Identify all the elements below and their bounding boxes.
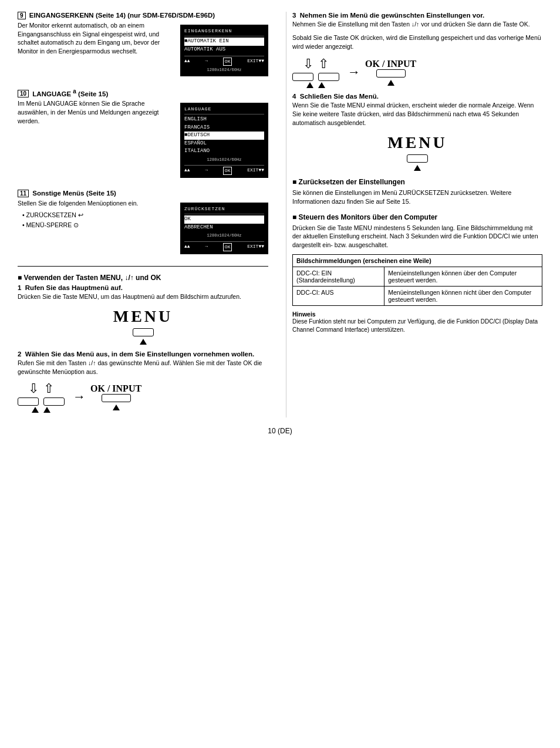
menu-11-resolution: 1280x1024/60Hz <box>184 233 264 239</box>
down-up-arrows-2: ⇩ ⇧ <box>292 56 339 88</box>
right-column: 3 Nehmen Sie im Menü die gewünschten Ein… <box>286 12 542 417</box>
menu-11-title: ZURÜCKSETZEN <box>184 205 264 214</box>
up-arrow-icon-2 <box>414 165 421 171</box>
zurueck-body: Sie können die Einstellungen im Menü ZUR… <box>292 188 542 205</box>
bullet-menue-sperre: MENÜ-SPERRE ⊙ <box>22 220 174 230</box>
steuern-table: Bildschirmmeldungen (erscheinen eine Wei… <box>292 254 542 306</box>
down-up-arrows-1: ⇩ ⇧ <box>18 381 65 413</box>
section-9-menu: EINGANGSERKENN ■AUTOMATIK EIN AUTOMATIK … <box>180 21 268 81</box>
menu-word-1: MENU <box>18 307 268 326</box>
step-3: 3 Nehmen Sie im Menü die gewünschten Ein… <box>292 12 542 52</box>
step-1: 1 Rufen Sie das Hauptmenü auf. Drücken S… <box>18 284 268 301</box>
section-11-heading: Sonstige Menüs <box>32 190 84 197</box>
table-header: Bildschirmmeldungen (erscheinen eine Wei… <box>293 254 542 267</box>
menu-diagram-1: MENU <box>18 307 268 345</box>
up-icon-1a <box>32 407 39 413</box>
page-number: 10 <box>268 427 275 435</box>
section-9-subtitle: (Seite 14) (nur SDM-E76D/SDM-E96D) <box>96 12 215 19</box>
page-locale: (DE) <box>278 427 292 435</box>
step-1-number: 1 <box>18 284 21 291</box>
menu-10-item5: ITALIANO <box>184 147 264 156</box>
step-4-number: 4 <box>292 93 296 100</box>
menu-button-1 <box>133 328 154 336</box>
arrow-symbols-2: ⇩ ⇧ <box>303 56 329 72</box>
step-2-body: Rufen Sie mit den Tasten ↓/↑ das gewünsc… <box>18 359 268 376</box>
step-3-body1: Nehmen Sie die Einstellung mit den Taste… <box>292 20 542 29</box>
menu-buttons-2 <box>292 154 542 163</box>
menu-10-item1: ENGLISH <box>184 116 264 124</box>
ok-btn-1 <box>102 394 131 402</box>
section-10-menu: LANGUAGE ENGLISH FRANCAIS ■DEUTSCH ESPAÑ… <box>180 99 268 183</box>
menu-10-item4: ESPAÑOL <box>184 140 264 148</box>
menu-word-2: MENU <box>292 133 542 152</box>
section-10: 10 LANGUAGE a (Seite 15) Im Menü LANGUAG… <box>18 88 268 183</box>
btn-rects-2 <box>292 73 339 81</box>
step-3-num: 3 Nehmen Sie im Menü die gewünschten Ein… <box>292 12 542 19</box>
bullet-zuruecksetzen: ZURÜCKSETZEN ↩ <box>22 210 174 220</box>
steuern-heading: ■ Steuern des Monitors über den Computer <box>292 213 542 221</box>
ok-up-arrow-1 <box>113 405 120 410</box>
section-10-body: Im Menü LANGUAGE können Sie die Sprache … <box>18 99 174 180</box>
up-arrows-2 <box>306 82 325 88</box>
hinweis-title: Hinweis <box>292 311 542 318</box>
section-9-title: 9 EINGANGSERKENN (Seite 14) (nur SDM-E76… <box>18 12 268 19</box>
section-11: 11 Sonstige Menüs (Seite 15) Stellen Sie… <box>18 190 268 259</box>
section-10-subtitle: (Seite 15) <box>78 90 108 97</box>
section-9-heading: EINGANGSERKENN <box>29 12 94 19</box>
up-arrows-1 <box>32 407 50 413</box>
arrow-right-symbol-1: → <box>73 389 86 405</box>
section-11-bullets: ZURÜCKSETZEN ↩ MENÜ-SPERRE ⊙ <box>18 210 174 230</box>
ok-input-group-1: OK / INPUT <box>90 383 141 410</box>
menu-11-item1: OK <box>184 215 264 224</box>
menu-10-title: LANGUAGE <box>184 106 264 114</box>
menu-11-bottom: ▲▲→OKEXIT▼▼ <box>184 241 264 251</box>
step-4-num: 4 Schließen Sie das Menü. <box>292 93 542 100</box>
step-2-number: 2 <box>18 351 21 358</box>
up-arrow-symbol-2: ⇧ <box>318 56 329 72</box>
section-9: 9 EINGANGSERKENN (Seite 14) (nur SDM-E76… <box>18 12 268 81</box>
section-11-subtitle: (Seite 15) <box>86 190 116 197</box>
left-column: 9 EINGANGSERKENN (Seite 14) (nur SDM-E76… <box>18 12 274 417</box>
up-icon-1b <box>43 407 50 413</box>
zurueck-heading: ■ Zurücksetzen der Einstellungen <box>292 178 542 186</box>
section-9-badge: 9 <box>18 12 26 19</box>
up-arrow-icon-1 <box>140 339 147 345</box>
step-3-title: Nehmen Sie im Menü die gewünschten Einst… <box>300 12 484 19</box>
arrow-right-symbol-2: → <box>348 65 360 80</box>
page-footer: 10 (DE) <box>18 427 542 435</box>
menu-arrow-1 <box>18 339 268 345</box>
step-2-title: Wählen Sie das Menü aus, in dem Sie Eins… <box>25 351 254 358</box>
section-11-title: 11 Sonstige Menüs (Seite 15) <box>18 190 268 197</box>
section-11-menu: ZURÜCKSETZEN OK ABBRECHEN 1280x1024/60Hz… <box>180 199 268 259</box>
hinweis-body: Diese Funktion steht nur bei Computern z… <box>292 318 542 334</box>
step-2-num: 2 Wählen Sie das Menü aus, in dem Sie Ei… <box>18 351 268 358</box>
left-btn-2 <box>292 73 313 81</box>
step-1-title: Rufen Sie das Hauptmenü auf. <box>25 284 123 291</box>
table-row1-col1: DDC-CI: EIN (Standardeinstellung) <box>293 267 384 286</box>
menu-10-resolution: 1280x1024/60Hz <box>184 157 264 163</box>
up-icon-2b <box>318 82 325 88</box>
left-btn-1 <box>18 397 39 406</box>
right-btn-1 <box>43 397 65 406</box>
section-9-body: Der Monitor erkennt automatisch, ob an e… <box>18 21 174 79</box>
menu-10-bottom: ▲▲→OKEXIT▼▼ <box>184 165 264 175</box>
section-10-heading: LANGUAGE <box>32 90 71 97</box>
table-row1-col2: Menüeinstellungen können über den Comput… <box>384 267 542 286</box>
btn-rects-1 <box>18 397 65 406</box>
step-1-body: Drücken Sie die Taste MENU, um das Haupt… <box>18 292 268 301</box>
steuern-body: Drücken Sie die Taste MENU mindestens 5 … <box>292 224 542 250</box>
ok-btn-2 <box>376 69 406 78</box>
arrow-symbols-1: ⇩ ⇧ <box>28 381 54 396</box>
ok-input-label-1: OK / INPUT <box>90 383 141 394</box>
menu-diagram-2: MENU <box>292 133 542 171</box>
up-icon-2a <box>306 82 313 88</box>
down-arrow-symbol-2: ⇩ <box>303 56 313 72</box>
ok-input-label-2: OK / INPUT <box>365 59 416 69</box>
right-btn-2 <box>318 73 339 81</box>
menu-11-item2: ABBRECHEN <box>184 224 264 232</box>
table-header-text: Bildschirmmeldungen (erscheinen eine Wei… <box>296 257 431 264</box>
ok-up-arrow-2 <box>387 80 394 86</box>
menu-buttons-1 <box>18 328 268 336</box>
step-3-body2: Sobald Sie die Taste OK drücken, wird di… <box>292 33 542 51</box>
menu-9-bottom: ▲▲→OKEXIT▼▼ <box>184 56 264 66</box>
